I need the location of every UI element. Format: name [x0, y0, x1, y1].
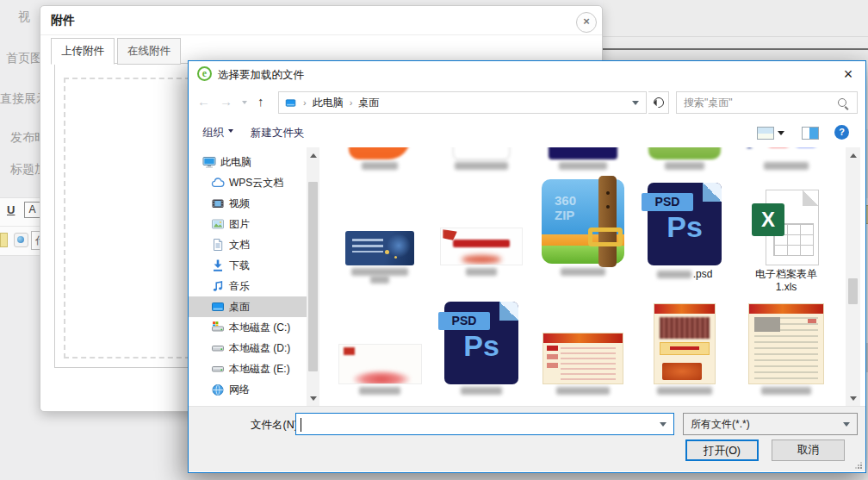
file-item[interactable]	[329, 147, 431, 170]
network-icon	[211, 383, 225, 396]
bg-divider-dark	[603, 48, 868, 50]
file-name-text: 电子档案表单	[755, 268, 817, 281]
preview-pane-icon[interactable]	[802, 127, 819, 140]
tab-online-attachment[interactable]: 在线附件	[117, 38, 181, 65]
file-thumbnail-image-file	[532, 299, 634, 384]
disk-icon	[211, 362, 225, 376]
sidebar-item-2[interactable]: 视频	[189, 193, 307, 214]
sidebar-item-label: 此电脑	[220, 155, 251, 170]
close-icon[interactable]: ×	[836, 63, 860, 85]
file-item[interactable]: P	[735, 147, 837, 170]
file-name	[735, 162, 837, 170]
forward-icon[interactable]: →	[220, 94, 232, 109]
tab-upload-attachment[interactable]: 上传附件	[51, 38, 115, 65]
underline-button[interactable]: U	[7, 203, 15, 216]
navigation-bar: ← → ↑ › 此电脑 › 桌面 搜索"桌面"	[189, 87, 865, 118]
open-button[interactable]: 打开(O)	[685, 439, 759, 461]
file-dialog-titlebar: 选择要加载的文件 ×	[189, 61, 865, 87]
sidebar-item-5[interactable]: 下载	[189, 255, 307, 276]
file-item[interactable]	[634, 299, 735, 395]
file-item[interactable]: PSDPs	[431, 299, 532, 395]
file-item[interactable]	[329, 299, 431, 395]
file-thumbnail-image-file	[329, 177, 431, 265]
file-thumbnail-document-file	[431, 147, 532, 159]
scroll-down-icon[interactable]	[846, 392, 860, 405]
sidebar-item-9[interactable]: 本地磁盘 (D:)	[189, 338, 307, 358]
refresh-icon	[651, 96, 666, 110]
sidebar-item-11[interactable]: 网络	[189, 379, 307, 400]
file-name	[532, 387, 634, 395]
blurred-text	[657, 387, 712, 395]
file-item[interactable]	[431, 177, 532, 276]
file-item[interactable]	[329, 177, 431, 284]
file-name	[735, 387, 837, 395]
scrollbar-thumb[interactable]	[308, 182, 318, 371]
file-item[interactable]	[431, 147, 532, 170]
file-list: P360ZIPPSDPs.psdX电子档案表单1.xlsPSDPs	[321, 147, 845, 406]
file-item[interactable]	[532, 147, 634, 170]
file-item[interactable]: X电子档案表单1.xls	[735, 177, 837, 294]
sidebar-item-10[interactable]: 本地磁盘 (E:)	[189, 358, 307, 379]
search-input[interactable]: 搜索"桌面"	[676, 91, 858, 114]
sidebar-item-4[interactable]: 文档	[189, 234, 307, 255]
sidebar-item-7[interactable]: 桌面	[189, 296, 307, 317]
file-item[interactable]: PSDPs.psd	[634, 177, 735, 281]
organize-button[interactable]: 组织	[202, 126, 233, 140]
font-color-button[interactable]: A	[24, 202, 40, 218]
browser-icon	[197, 66, 212, 81]
sidebar-item-label: 音乐	[229, 279, 250, 294]
back-icon[interactable]: ←	[197, 94, 210, 109]
filename-dropdown-icon[interactable]	[660, 422, 666, 430]
scrollbar-thumb[interactable]	[848, 278, 858, 304]
search-icon	[838, 98, 846, 107]
sidebar-item-label: 网络	[229, 383, 250, 397]
close-icon[interactable]: ×	[576, 12, 597, 33]
globe-icon[interactable]	[14, 233, 28, 247]
sidebar-item-3[interactable]: 图片	[189, 214, 307, 234]
up-icon[interactable]: ↑	[257, 94, 264, 109]
breadcrumb-this-pc[interactable]: 此电脑	[313, 96, 344, 110]
file-item[interactable]: 360ZIP	[532, 177, 634, 276]
sidebar-item-6[interactable]: 音乐	[189, 276, 307, 296]
scroll-up-icon[interactable]	[307, 148, 319, 161]
address-bar[interactable]: › 此电脑 › 桌面	[278, 91, 647, 114]
scroll-up-icon[interactable]	[846, 148, 860, 161]
attachment-tabs: 上传附件 在线附件	[51, 38, 183, 65]
file-item[interactable]	[735, 299, 837, 395]
sidebar-scrollbar[interactable]	[307, 147, 319, 406]
video-icon	[211, 196, 225, 210]
view-thumbnails-icon[interactable]	[757, 127, 774, 140]
scroll-down-icon[interactable]	[307, 392, 319, 405]
file-item[interactable]	[634, 147, 735, 170]
view-dropdown-icon[interactable]	[778, 131, 784, 139]
help-icon[interactable]: ?	[834, 125, 849, 140]
file-thumbnail-file: P	[735, 147, 837, 159]
blurred-text	[461, 387, 502, 395]
address-dropdown-icon[interactable]	[632, 101, 639, 109]
sidebar-item-0[interactable]: 此电脑	[189, 152, 307, 172]
cancel-button[interactable]: 取消	[772, 439, 845, 461]
file-list-scrollbar[interactable]	[846, 147, 860, 406]
sidebar-item-1[interactable]: WPS云文档	[189, 172, 307, 193]
file-item[interactable]	[532, 299, 634, 395]
breadcrumb-desktop[interactable]: 桌面	[358, 96, 379, 110]
history-dropdown-icon[interactable]	[242, 101, 247, 107]
desktop-icon	[284, 97, 297, 109]
filename-input[interactable]	[295, 413, 674, 435]
resize-grip[interactable]	[855, 462, 862, 469]
file-name	[329, 387, 431, 395]
blurred-text	[455, 162, 508, 170]
file-thumbnail-image-file	[634, 299, 735, 384]
refresh-button[interactable]	[648, 91, 669, 114]
blurred-text	[764, 162, 809, 170]
sidebar-item-8[interactable]: 本地磁盘 (C:)	[189, 317, 307, 338]
file-name	[431, 387, 532, 395]
filetype-select[interactable]: 所有文件(*.*)	[683, 413, 858, 435]
breadcrumb-separator: ›	[350, 97, 353, 108]
sidebar-item-label: WPS云文档	[229, 176, 283, 190]
computer-icon	[202, 155, 216, 169]
filename-field[interactable]	[300, 415, 648, 434]
file-thumbnail-photoshop-file: PSDPs	[634, 177, 735, 265]
bg-label-homepage-image: 首页图	[6, 51, 42, 66]
new-folder-button[interactable]: 新建文件夹	[251, 126, 305, 140]
